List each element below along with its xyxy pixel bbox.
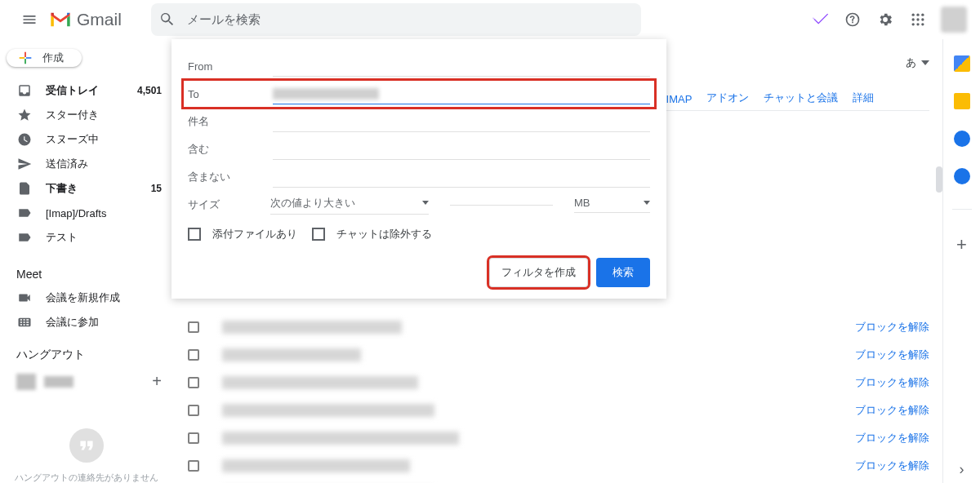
scrollbar[interactable] bbox=[936, 166, 942, 483]
tab-detail[interactable]: 詳細 bbox=[853, 91, 874, 110]
tab-addons[interactable]: アドオン bbox=[706, 91, 749, 110]
filter-subject-input[interactable] bbox=[273, 111, 650, 132]
help-button[interactable] bbox=[838, 5, 867, 34]
filter-subject-label: 件名 bbox=[188, 114, 273, 129]
nav-snoozed[interactable]: スヌーズ中 bbox=[0, 127, 173, 152]
nav-starred[interactable]: スター付き bbox=[0, 103, 173, 127]
hangout-user-row[interactable]: + bbox=[0, 367, 173, 396]
contacts-app-icon[interactable] bbox=[954, 168, 970, 184]
chevron-down-icon bbox=[921, 60, 929, 65]
filter-size-op-select[interactable]: 次の値より大きい bbox=[270, 196, 429, 215]
hangout-add-button[interactable]: + bbox=[152, 372, 162, 391]
nav-inbox[interactable]: 受信トレイ 4,501 bbox=[0, 78, 173, 103]
svg-point-4 bbox=[912, 18, 915, 20]
svg-point-3 bbox=[921, 14, 924, 16]
filter-attachment-label: 添付ファイルあり bbox=[212, 227, 297, 242]
filter-nowords-input[interactable] bbox=[273, 166, 650, 188]
unblock-link[interactable]: ブロックを解除 bbox=[855, 403, 929, 418]
chevron-down-icon bbox=[422, 201, 429, 205]
tasks-app-icon[interactable] bbox=[954, 131, 970, 147]
clock-icon bbox=[17, 132, 32, 147]
compose-label: 作成 bbox=[42, 51, 64, 65]
filter-to-value bbox=[273, 88, 379, 100]
list-row: ブロックを解除 bbox=[188, 341, 929, 369]
compose-button[interactable]: 作成 bbox=[7, 49, 82, 67]
meet-new[interactable]: 会議を新規作成 bbox=[0, 286, 173, 310]
add-app-button[interactable]: + bbox=[956, 234, 967, 255]
collapse-panel-button[interactable]: › bbox=[960, 461, 964, 478]
list-row: ブロックを解除 bbox=[188, 424, 929, 452]
tab-imap[interactable]: /IMAP bbox=[663, 93, 692, 110]
blocked-address bbox=[222, 432, 459, 445]
chevron-down-icon bbox=[644, 201, 650, 205]
sidebar: 作成 受信トレイ 4,501 スター付き スヌーズ中 送信済み 下 bbox=[0, 39, 173, 483]
account-avatar[interactable] bbox=[941, 7, 967, 33]
filter-from-input[interactable] bbox=[273, 55, 650, 77]
hangout-avatar bbox=[16, 374, 36, 390]
unblock-link[interactable]: ブロックを解除 bbox=[855, 320, 929, 335]
search-button[interactable]: 検索 bbox=[596, 258, 650, 287]
filter-checks-row: 添付ファイルあり チャットは除外する bbox=[188, 219, 650, 250]
unblock-link[interactable]: ブロックを解除 bbox=[855, 431, 929, 445]
filter-from-label: From bbox=[188, 60, 273, 73]
checkbox-icon bbox=[312, 228, 325, 241]
star-icon bbox=[17, 108, 32, 122]
filter-size-op-value: 次の値より大きい bbox=[270, 196, 355, 210]
scroll-thumb[interactable] bbox=[936, 166, 942, 193]
row-checkbox[interactable] bbox=[188, 377, 199, 388]
nav-test[interactable]: テスト bbox=[0, 225, 173, 250]
tasks-button[interactable] bbox=[805, 5, 835, 34]
filter-size-unit-select[interactable]: MB bbox=[574, 197, 650, 213]
search-box[interactable]: メールを検索 bbox=[151, 3, 641, 36]
create-filter-button[interactable]: フィルタを作成 bbox=[489, 258, 588, 287]
gmail-logo[interactable]: Gmail bbox=[49, 10, 122, 29]
hangout-header: ハングアウト bbox=[0, 343, 173, 367]
unblock-link[interactable]: ブロックを解除 bbox=[855, 459, 929, 473]
menu-button[interactable] bbox=[13, 3, 46, 36]
svg-point-6 bbox=[921, 18, 924, 20]
filter-from-row: From bbox=[188, 52, 650, 80]
unblock-link[interactable]: ブロックを解除 bbox=[855, 348, 929, 362]
filter-haswords-label: 含む bbox=[188, 142, 273, 157]
gmail-logo-icon bbox=[49, 11, 72, 29]
language-selector[interactable]: あ bbox=[906, 55, 929, 70]
blocked-address bbox=[222, 404, 434, 417]
filter-to-row: To bbox=[183, 80, 655, 108]
nav-starred-label: スター付き bbox=[46, 108, 99, 122]
row-checkbox[interactable] bbox=[188, 321, 199, 333]
filter-excludechat-checkbox[interactable]: チャットは除外する bbox=[312, 227, 432, 242]
nav-imap-drafts[interactable]: [Imap]/Drafts bbox=[0, 201, 173, 225]
apps-button[interactable] bbox=[903, 5, 933, 34]
filter-size-label: サイズ bbox=[188, 197, 270, 212]
keep-app-icon[interactable] bbox=[954, 93, 970, 109]
row-checkbox[interactable] bbox=[188, 432, 199, 444]
filter-nowords-label: 含まない bbox=[188, 170, 273, 184]
filter-haswords-input[interactable] bbox=[273, 139, 650, 160]
rail-divider bbox=[952, 209, 972, 210]
filter-size-row: サイズ 次の値より大きい MB bbox=[188, 191, 650, 219]
nav-drafts[interactable]: 下書き 15 bbox=[0, 176, 173, 201]
tab-chat[interactable]: チャットと会議 bbox=[764, 91, 838, 110]
filter-attachment-checkbox[interactable]: 添付ファイルあり bbox=[188, 227, 297, 242]
filter-excludechat-label: チャットは除外する bbox=[336, 227, 432, 242]
filter-size-value-input[interactable] bbox=[450, 205, 553, 206]
svg-point-9 bbox=[921, 23, 924, 25]
row-checkbox[interactable] bbox=[188, 460, 199, 472]
filter-to-input[interactable] bbox=[273, 83, 650, 104]
svg-point-1 bbox=[912, 14, 915, 16]
gear-icon bbox=[877, 11, 893, 28]
meet-join[interactable]: 会議に参加 bbox=[0, 310, 173, 335]
unblock-link[interactable]: ブロックを解除 bbox=[855, 375, 929, 390]
hangout-empty-state: ハングアウトの連絡先がありません ユーザーを探す bbox=[0, 428, 173, 483]
calendar-app-icon[interactable] bbox=[954, 55, 970, 72]
row-checkbox[interactable] bbox=[188, 405, 199, 416]
hangout-section: ハングアウト + ハングアウトの連絡先がありません ユーザーを探す bbox=[0, 343, 173, 483]
nav-drafts-count: 15 bbox=[151, 183, 162, 194]
nav-sent[interactable]: 送信済み bbox=[0, 152, 173, 176]
settings-button[interactable] bbox=[871, 5, 900, 34]
row-checkbox[interactable] bbox=[188, 349, 199, 361]
filter-to-label: To bbox=[188, 88, 273, 100]
filter-subject-row: 件名 bbox=[188, 108, 650, 135]
checkbox-icon bbox=[188, 228, 201, 241]
nav-list: 受信トレイ 4,501 スター付き スヌーズ中 送信済み 下書き 15 bbox=[0, 78, 173, 250]
